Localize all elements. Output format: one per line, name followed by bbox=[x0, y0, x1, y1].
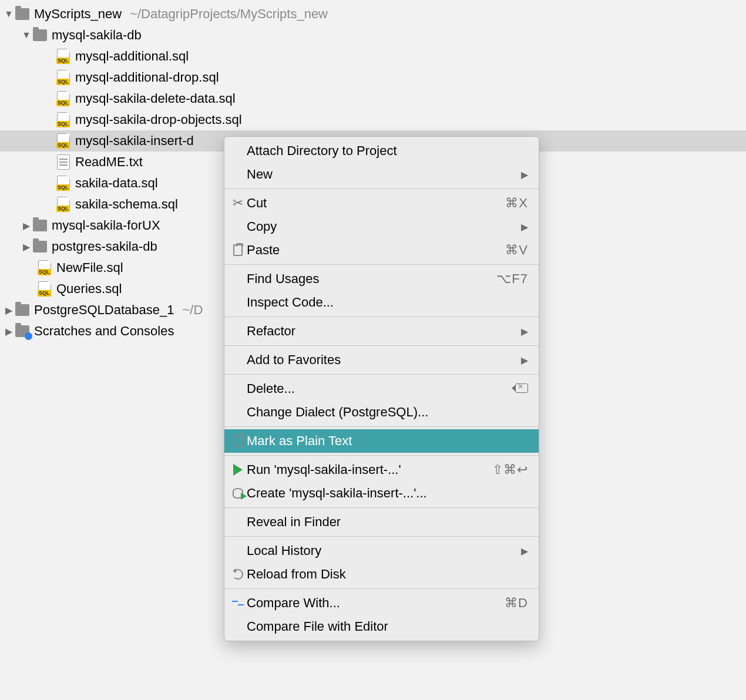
menu-item-find-usages[interactable]: Find Usages ⌥F7 bbox=[224, 267, 539, 291]
sql-file-icon bbox=[56, 197, 70, 211]
menu-item-delete[interactable]: Delete... bbox=[224, 377, 539, 401]
folder-icon bbox=[33, 28, 47, 42]
submenu-arrow-icon: ▶ bbox=[521, 355, 528, 366]
menu-item-history[interactable]: Local History ▶ bbox=[224, 539, 539, 563]
tree-label: postgres-sakila-db bbox=[52, 239, 157, 254]
menu-item-cut[interactable]: ✂ Cut ⌘X bbox=[224, 191, 539, 215]
tree-label: MyScripts_new bbox=[34, 6, 122, 22]
compare-icon bbox=[229, 598, 247, 608]
chevron-right-icon[interactable]: ▶ bbox=[2, 326, 15, 337]
shortcut: ⌥F7 bbox=[496, 271, 528, 287]
shortcut: ⇧⌘↩ bbox=[492, 462, 528, 477]
tree-label: sakila-data.sql bbox=[75, 176, 158, 191]
tree-node-file[interactable]: mysql-additional.sql bbox=[0, 46, 746, 67]
sql-file-icon bbox=[56, 49, 70, 63]
tree-label: mysql-sakila-db bbox=[52, 28, 142, 43]
tree-label: mysql-sakila-insert-d bbox=[75, 133, 194, 149]
tree-label: mysql-sakila-delete-data.sql bbox=[75, 91, 236, 106]
menu-item-paste[interactable]: Paste ⌘V bbox=[224, 238, 539, 262]
chevron-right-icon[interactable]: ▶ bbox=[2, 305, 15, 316]
text-file-icon bbox=[56, 155, 70, 169]
tree-node-root[interactable]: ▼ MyScripts_new ~/DatagripProjects/MyScr… bbox=[0, 4, 746, 25]
chevron-right-icon[interactable]: ▶ bbox=[20, 241, 33, 253]
menu-separator bbox=[224, 264, 539, 265]
tree-label: Queries.sql bbox=[56, 281, 122, 297]
submenu-arrow-icon: ▶ bbox=[521, 221, 528, 233]
menu-item-attach[interactable]: Attach Directory to Project bbox=[224, 139, 539, 163]
menu-item-mark-plain-text[interactable]: Mark as Plain Text bbox=[224, 429, 539, 453]
folder-icon bbox=[15, 303, 29, 317]
tree-label: mysql-sakila-drop-objects.sql bbox=[75, 112, 242, 127]
shortcut: ⌘V bbox=[505, 243, 528, 258]
tree-label: ReadME.txt bbox=[75, 154, 143, 170]
folder-icon bbox=[33, 240, 47, 254]
shortcut: ⌘D bbox=[505, 595, 528, 611]
tree-node-file[interactable]: mysql-additional-drop.sql bbox=[0, 67, 746, 88]
sql-file-icon bbox=[38, 282, 52, 296]
tree-label: mysql-additional-drop.sql bbox=[75, 70, 219, 85]
menu-item-run[interactable]: Run 'mysql-sakila-insert-...' ⇧⌘↩ bbox=[224, 458, 539, 482]
sql-file-icon bbox=[38, 261, 52, 275]
folder-icon bbox=[15, 7, 29, 21]
sql-file-icon bbox=[56, 113, 70, 127]
menu-separator bbox=[224, 455, 539, 456]
menu-separator bbox=[224, 317, 539, 317]
tree-label: NewFile.sql bbox=[56, 260, 123, 275]
menu-separator bbox=[224, 507, 539, 508]
tree-node-file[interactable]: mysql-sakila-drop-objects.sql bbox=[0, 109, 746, 130]
menu-item-compare-editor[interactable]: Compare File with Editor bbox=[224, 615, 539, 638]
tree-path: ~/DatagripProjects/MyScripts_new bbox=[130, 6, 328, 22]
menu-item-inspect[interactable]: Inspect Code... bbox=[224, 291, 539, 314]
chevron-right-icon[interactable]: ▶ bbox=[20, 220, 33, 231]
submenu-arrow-icon: ▶ bbox=[521, 169, 528, 180]
chevron-down-icon[interactable]: ▼ bbox=[20, 30, 33, 41]
tree-label: mysql-sakila-forUX bbox=[52, 218, 160, 233]
chevron-down-icon[interactable]: ▼ bbox=[2, 9, 15, 19]
tree-path: ~/D bbox=[183, 302, 203, 318]
menu-item-create[interactable]: Create 'mysql-sakila-insert-...'... bbox=[224, 482, 539, 505]
run-icon bbox=[229, 464, 247, 476]
delete-key-icon bbox=[515, 381, 528, 396]
menu-item-refactor[interactable]: Refactor ▶ bbox=[224, 319, 539, 343]
tree-label: Scratches and Consoles bbox=[34, 324, 174, 339]
context-menu: Attach Directory to Project New ▶ ✂ Cut … bbox=[224, 136, 539, 641]
menu-separator bbox=[224, 426, 539, 427]
submenu-arrow-icon: ▶ bbox=[521, 546, 528, 557]
menu-item-dialect[interactable]: Change Dialect (PostgreSQL)... bbox=[224, 401, 539, 424]
menu-separator bbox=[224, 345, 539, 346]
folder-icon bbox=[33, 218, 47, 233]
scissors-icon: ✂ bbox=[229, 196, 247, 211]
menu-item-favorites[interactable]: Add to Favorites ▶ bbox=[224, 348, 539, 372]
scratches-icon bbox=[15, 324, 29, 338]
tree-label: mysql-additional.sql bbox=[75, 49, 189, 64]
sql-file-icon bbox=[56, 176, 70, 190]
tree-label: sakila-schema.sql bbox=[75, 197, 178, 212]
menu-item-reveal[interactable]: Reveal in Finder bbox=[224, 510, 539, 534]
menu-item-reload[interactable]: Reload from Disk bbox=[224, 563, 539, 586]
sql-file-icon bbox=[56, 70, 70, 85]
menu-separator bbox=[224, 536, 539, 537]
menu-item-compare[interactable]: Compare With... ⌘D bbox=[224, 591, 539, 615]
submenu-arrow-icon: ▶ bbox=[521, 326, 528, 337]
shortcut: ⌘X bbox=[505, 196, 528, 211]
menu-item-copy[interactable]: Copy ▶ bbox=[224, 215, 539, 238]
reload-icon bbox=[229, 569, 247, 580]
tree-label: PostgreSQLDatabase_1 bbox=[34, 302, 174, 318]
sql-file-icon bbox=[56, 134, 70, 148]
tree-node-file[interactable]: mysql-sakila-delete-data.sql bbox=[0, 88, 746, 109]
tree-node-folder[interactable]: ▼ mysql-sakila-db bbox=[0, 25, 746, 46]
menu-separator bbox=[224, 189, 539, 189]
menu-separator bbox=[224, 588, 539, 589]
clipboard-icon bbox=[229, 244, 247, 256]
db-run-icon bbox=[229, 488, 247, 499]
menu-item-new[interactable]: New ▶ bbox=[224, 163, 539, 186]
menu-separator bbox=[224, 374, 539, 375]
sql-file-icon bbox=[56, 92, 70, 106]
mark-text-icon bbox=[229, 435, 247, 447]
